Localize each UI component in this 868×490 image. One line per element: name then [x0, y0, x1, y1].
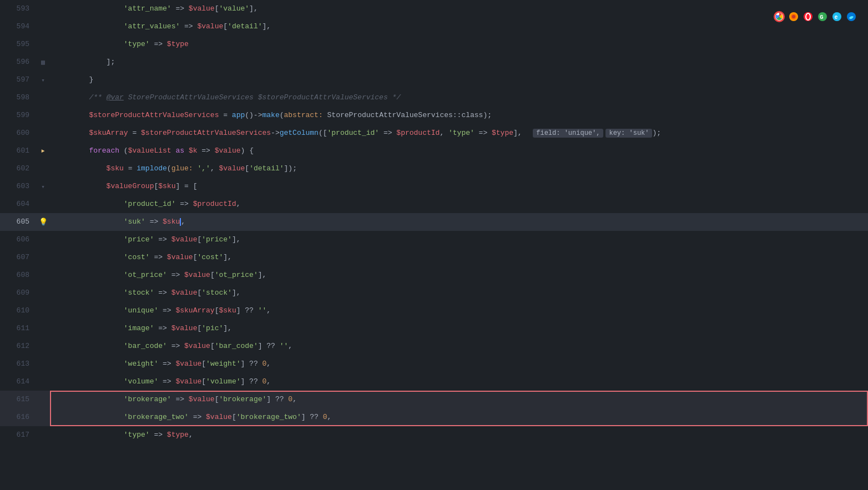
google-icon[interactable]: G — [817, 11, 828, 22]
param-label-segment: glue: — [171, 164, 193, 173]
var-segment: $sku — [54, 164, 124, 173]
str-segment: 'brokerage_two' — [54, 413, 189, 421]
arrow-icon: ► — [41, 148, 44, 154]
op-segment: => — [189, 413, 206, 421]
var-segment: $value — [206, 413, 232, 421]
op-segment: => — [154, 235, 171, 244]
op-segment: , — [210, 164, 219, 173]
code-line: 611 'image' => $value['pic'], — [0, 320, 868, 337]
str-segment: 'type' — [54, 40, 150, 48]
ie-icon[interactable]: e — [831, 11, 842, 22]
op-segment: => — [171, 4, 189, 13]
code-line: 594 'attr_values' => $value['detail'], — [0, 18, 868, 36]
op-segment: = — [124, 164, 137, 173]
str-segment: 'price' — [54, 235, 154, 244]
line-content: 'unique' => $skuArray[$sku] ?? '', — [50, 302, 868, 320]
str-segment: 'value' — [219, 4, 249, 13]
op-segment — [323, 111, 327, 119]
op-segment: => — [198, 147, 215, 155]
code-line: 603▾ $valueGroup[$sku] = [ — [0, 178, 868, 195]
op-segment: ()-> — [245, 111, 262, 119]
code-line: 610 'unique' => $skuArray[$sku] ?? '', — [0, 302, 868, 320]
var-segment: $type — [492, 129, 513, 137]
str-segment: 'bar_code' — [215, 342, 258, 350]
code-line: 614 'volume' => $value['volume'] ?? 0, — [0, 373, 868, 391]
line-content: 'price' => $value['price'], — [50, 231, 868, 249]
fn-segment: implode — [137, 164, 167, 173]
line-number: 598 — [0, 89, 36, 107]
op-segment: ( — [119, 147, 128, 155]
var-segment: $skuArray — [54, 129, 128, 137]
line-content: 'stock' => $value['stock'], — [50, 284, 868, 302]
str-segment: 'cost' — [54, 253, 150, 261]
chrome-icon[interactable] — [774, 11, 785, 22]
code-line: 616 'brokerage_two' => $value['brokerage… — [0, 408, 868, 426]
line-number: 602 — [0, 160, 36, 178]
op-segment: , — [181, 218, 185, 226]
line-gutter — [36, 89, 50, 107]
num-segment: 0 — [323, 413, 327, 421]
var-segment: $k — [189, 147, 198, 155]
firefox-icon[interactable] — [788, 11, 799, 22]
line-number: 613 — [0, 355, 36, 373]
op-segment: , — [266, 360, 271, 368]
bookmark-icon: ▩ — [41, 58, 45, 67]
line-content: $skuArray = $storeProductAttrValueServic… — [50, 124, 868, 142]
var-segment: $type — [167, 431, 189, 439]
line-content: $valueGroup[$sku] = [ — [50, 178, 868, 195]
op-segment: ::class); — [453, 111, 492, 119]
op-segment: [ — [210, 342, 215, 350]
var-segment: $value — [171, 235, 198, 244]
line-number: 599 — [0, 107, 36, 124]
opera-icon[interactable] — [803, 11, 814, 22]
code-line: 597▾ } — [0, 71, 868, 89]
op-segment: ] = [ — [175, 182, 197, 190]
op-segment: ], — [223, 253, 232, 261]
str-segment: 'suk' — [54, 218, 145, 226]
op-segment: = — [128, 129, 141, 137]
line-content: 'suk' => $sku, — [50, 213, 868, 231]
code-line: 612 'bar_code' => $value['bar_code'] ?? … — [0, 337, 868, 355]
line-gutter: 💡 — [36, 213, 50, 231]
edge-icon[interactable] — [846, 11, 857, 22]
var-segment: $storeProductAttrValueServices — [141, 129, 271, 137]
fn-segment: app — [232, 111, 245, 119]
op-segment: , — [327, 413, 332, 421]
svg-point-4 — [792, 15, 795, 18]
line-content: foreach ($valueList as $k => $value) { — [50, 142, 868, 160]
code-line: 604 'product_id' => $productId, — [0, 195, 868, 213]
line-content: 'image' => $value['pic'], — [50, 320, 868, 337]
fn-segment: getColumn — [280, 129, 319, 137]
line-gutter — [36, 355, 50, 373]
line-number: 601 — [0, 142, 36, 160]
line-number: 616 — [0, 408, 36, 426]
var-segment: $sku — [163, 218, 180, 226]
tooltip-segment: field: 'unique', — [533, 129, 603, 138]
var-segment: $value — [175, 377, 201, 386]
str-segment: 'weight' — [54, 360, 158, 368]
bulb-icon[interactable]: 💡 — [39, 218, 48, 226]
line-number: 594 — [0, 18, 36, 36]
op-segment: [ — [232, 413, 236, 421]
str-segment: 'pic' — [201, 324, 223, 332]
line-content: $sku = implode(glue: ',', $value['detail… — [50, 160, 868, 178]
line-content: 'attr_values' => $value['detail'], — [50, 18, 868, 36]
op-segment: , — [266, 306, 271, 315]
str-segment: 'type' — [448, 129, 475, 137]
line-content: 'bar_code' => $value['bar_code'] ?? '', — [50, 337, 868, 355]
code-line: 609 'stock' => $value['stock'], — [0, 284, 868, 302]
str-segment: 'product_id' — [54, 200, 175, 208]
line-gutter — [36, 107, 50, 124]
var-segment: $storeProductAttrValueServices — [54, 111, 219, 119]
op-segment: ], — [263, 22, 271, 31]
op-segment: => — [379, 129, 396, 137]
line-gutter — [36, 373, 50, 391]
line-number: 600 — [0, 124, 36, 142]
str-segment: ',' — [197, 164, 210, 173]
str-segment: 'bar_code' — [54, 342, 167, 350]
line-number: 595 — [0, 36, 36, 53]
op-segment: => — [475, 129, 492, 137]
line-number: 605 — [0, 213, 36, 231]
str-segment: 'product_id' — [327, 129, 380, 137]
op-segment: ], — [258, 271, 267, 279]
